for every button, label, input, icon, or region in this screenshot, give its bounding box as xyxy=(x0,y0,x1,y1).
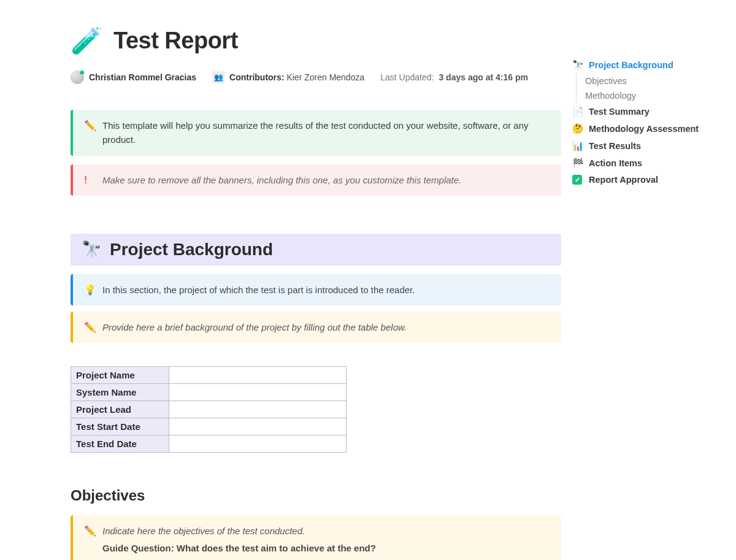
subheading-objectives[interactable]: Objectives xyxy=(71,487,561,504)
outline-item[interactable]: ✓Report Approval xyxy=(572,172,713,188)
outline-item[interactable]: 🤔Methodology Assessment xyxy=(572,120,713,137)
outline-label: Project Background xyxy=(589,60,673,70)
contributors-value: Kier Zoren Mendoza xyxy=(286,72,364,82)
page-title[interactable]: Test Report xyxy=(113,28,238,54)
warning-banner-text: Make sure to remove all the banners, inc… xyxy=(102,175,461,185)
page-title-row: 🧪 Test Report xyxy=(71,26,561,56)
outline-label: Action Items xyxy=(589,158,642,168)
background-instruction-text: Provide here a brief background of the p… xyxy=(102,322,407,332)
test-tube-icon: 🧪 xyxy=(71,26,102,56)
table-value[interactable] xyxy=(169,435,347,453)
last-updated: Last Updated: 3 days ago at 4:16 pm xyxy=(380,72,528,82)
outline-icon: 🔭 xyxy=(572,59,583,71)
table-row: Test Start Date xyxy=(71,418,347,435)
pencil-icon: ✏️ xyxy=(84,118,96,134)
outline-item[interactable]: 📊Test Results xyxy=(572,137,713,155)
outline-icon: 📄 xyxy=(572,106,583,117)
outline-subitem[interactable]: Methodology xyxy=(576,88,713,103)
outline-item[interactable]: 🏁Action Items xyxy=(572,155,713,172)
avatar-icon xyxy=(71,71,84,84)
table-row: System Name xyxy=(71,384,347,401)
outline-icon: 📊 xyxy=(572,140,583,152)
author-chip[interactable]: Christian Rommel Gracias xyxy=(71,71,196,84)
project-info-table: Project NameSystem NameProject LeadTest … xyxy=(71,366,347,453)
objectives-guide-question: Guide Question: What does the test aim t… xyxy=(102,541,549,555)
outline-icon: 🤔 xyxy=(572,123,583,134)
outline-label: Test Results xyxy=(589,141,641,151)
last-updated-label: Last Updated: xyxy=(380,72,434,82)
meta-row: Christian Rommel Gracias 👥 Contributors:… xyxy=(71,71,561,84)
warning-banner[interactable]: ! Make sure to remove all the banners, i… xyxy=(71,164,561,196)
objectives-instruction-banner[interactable]: ✏️ Indicate here the objectives of the t… xyxy=(71,515,561,560)
intro-banner-text: This template will help you summarize th… xyxy=(102,120,529,145)
table-label: Project Name xyxy=(71,367,169,384)
people-icon: 👥 xyxy=(212,71,224,83)
outline-icon: 🏁 xyxy=(572,158,583,169)
table-label: Test End Date xyxy=(71,435,169,453)
intro-banner[interactable]: ✏️ This template will help you summarize… xyxy=(71,110,561,156)
pencil-icon: ✏️ xyxy=(84,524,96,539)
table-value[interactable] xyxy=(169,367,347,384)
table-row: Test End Date xyxy=(71,435,347,453)
section-header-background[interactable]: 🔭 Project Background xyxy=(71,234,561,266)
table-value[interactable] xyxy=(169,384,347,401)
background-info-text: In this section, the project of which th… xyxy=(102,285,415,295)
exclamation-icon: ! xyxy=(84,173,87,188)
table-label: Project Lead xyxy=(71,401,169,418)
contributors-label: Contributors: xyxy=(229,72,284,82)
table-label: System Name xyxy=(71,384,169,401)
background-instruction-banner[interactable]: ✏️ Provide here a brief background of th… xyxy=(71,312,561,343)
table-label: Test Start Date xyxy=(71,418,169,435)
pencil-icon: ✏️ xyxy=(84,320,96,336)
table-value[interactable] xyxy=(169,401,347,418)
author-name: Christian Rommel Gracias xyxy=(89,72,196,82)
outline-label: Report Approval xyxy=(589,175,658,185)
table-value[interactable] xyxy=(169,418,347,435)
section-title-background: Project Background xyxy=(110,240,273,259)
outline-item[interactable]: 🔭Project Background xyxy=(572,56,713,74)
outline-label: Test Summary xyxy=(589,107,650,117)
contributors-chip[interactable]: 👥 Contributors: Kier Zoren Mendoza xyxy=(212,71,364,83)
outline-subitem[interactable]: Objectives xyxy=(576,74,713,88)
document-outline: 🔭Project BackgroundObjectivesMethodology… xyxy=(572,56,713,188)
bulb-icon: 💡 xyxy=(84,283,96,298)
telescope-icon: 🔭 xyxy=(82,240,101,259)
checkbox-icon: ✓ xyxy=(572,175,583,185)
objectives-instruction-text: Indicate here the objectives of the test… xyxy=(102,526,305,536)
outline-item[interactable]: 📄Test Summary xyxy=(572,103,713,120)
last-updated-value: 3 days ago at 4:16 pm xyxy=(439,72,528,82)
background-info-banner[interactable]: 💡 In this section, the project of which … xyxy=(71,274,561,305)
table-row: Project Lead xyxy=(71,401,347,418)
outline-label: Methodology Assessment xyxy=(589,124,699,134)
table-row: Project Name xyxy=(71,367,347,384)
